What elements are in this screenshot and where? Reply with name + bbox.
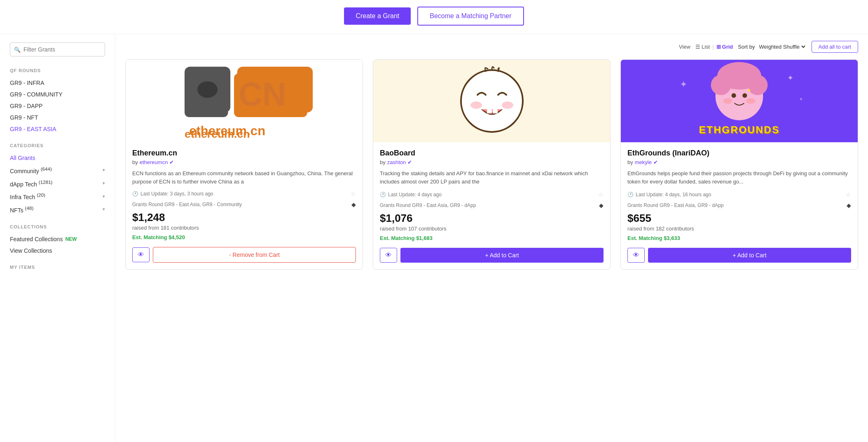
grid-label: Grid bbox=[722, 44, 733, 50]
sidebar-item-gr9-dapp[interactable]: GR9 - DAPP bbox=[10, 100, 105, 112]
svg-rect-15 bbox=[487, 109, 492, 113]
card-image-ecn: ethereum.cn CN ethereum.cn bbox=[126, 60, 363, 142]
eth-icon-ethgrounds: ◆ bbox=[847, 202, 851, 209]
card-round-ethgrounds: Grants Round GR9 - East Asia, GR9 - dApp… bbox=[627, 202, 851, 209]
matching-value-ethgrounds: $3,633 bbox=[664, 235, 680, 241]
list-view-option[interactable]: ☰ List bbox=[695, 44, 710, 50]
grid-view-option[interactable]: ⊞ Grid bbox=[716, 44, 733, 50]
sidebar-item-featured-collections[interactable]: Featured Collections NEW bbox=[10, 233, 105, 245]
svg-point-28 bbox=[723, 98, 732, 103]
card-amount-ecn: $1,248 bbox=[132, 211, 356, 224]
sort-select[interactable]: Weighted Shuffle bbox=[758, 43, 807, 50]
sidebar-item-gr9-infra[interactable]: GR9 - INFRA bbox=[10, 77, 105, 89]
svg-text:ethereum.cn: ethereum.cn bbox=[185, 128, 250, 140]
card-matching-ecn: Est. Matching $4,520 bbox=[132, 234, 356, 240]
add-cart-button-baoboard[interactable]: + Add to Cart bbox=[400, 248, 604, 263]
categories-label: CATEGORIES bbox=[10, 143, 105, 148]
grant-card-ethereum-cn: ethereum.cn CN ethereum.cn Ethereum.cn bbox=[125, 59, 363, 270]
card-actions-ethgrounds: 👁 + Add to Cart bbox=[627, 248, 851, 263]
matching-value-baoboard: $1,683 bbox=[416, 235, 433, 241]
matching-partner-button[interactable]: Become a Matching Partner bbox=[417, 7, 524, 26]
eye-button-ecn[interactable]: 👁 bbox=[132, 247, 150, 262]
search-icon: 🔍 bbox=[14, 47, 21, 53]
matching-value-ecn: $4,520 bbox=[168, 234, 185, 240]
star-icon-baoboard[interactable]: ☆ bbox=[598, 191, 604, 198]
sidebar-item-view-collections[interactable]: View Collections bbox=[10, 245, 105, 256]
sidebar-item-gr9-community[interactable]: GR9 - COMMUNITY bbox=[10, 89, 105, 100]
card-title-ecn: Ethereum.cn bbox=[132, 149, 356, 158]
collections-label: COLLECTIONS bbox=[10, 224, 105, 229]
dapp-tech-label: dApp Tech (1281) bbox=[10, 179, 53, 188]
add-cart-button-ethgrounds[interactable]: + Add to Cart bbox=[648, 248, 851, 263]
list-label: List bbox=[702, 44, 710, 50]
nfts-label: NFTs (48) bbox=[10, 205, 33, 214]
svg-text:✦: ✦ bbox=[746, 87, 751, 94]
clock-icon-ecn: 🕐 bbox=[132, 191, 138, 197]
svg-point-12 bbox=[461, 70, 523, 132]
clock-icon-baoboard: 🕐 bbox=[380, 192, 386, 197]
eye-button-ethgrounds[interactable]: 👁 bbox=[627, 248, 645, 263]
card-matching-baoboard: Est. Matching $1,683 bbox=[380, 235, 604, 241]
card-author-baoboard: by zashton ✔ bbox=[380, 159, 604, 165]
card-contributors-ecn: raised from 181 contributors bbox=[132, 225, 356, 231]
card-desc-ethgrounds: EthGrounds helps people fund their passi… bbox=[627, 169, 851, 186]
star-icon-ecn[interactable]: ☆ bbox=[351, 190, 356, 197]
card-body-baoboard: BaoBoard by zashton ✔ Tracking the staki… bbox=[373, 142, 610, 269]
card-meta-ecn: 🕐 Last Update: 3 days, 3 hours ago ☆ bbox=[132, 190, 356, 197]
chevron-down-icon: ▾ bbox=[103, 194, 105, 199]
card-author-ecn: by ethereumcn ✔ bbox=[132, 159, 356, 165]
sidebar-item-gr9-nft[interactable]: GR9 - NFT bbox=[10, 112, 105, 123]
svg-point-25 bbox=[732, 93, 736, 98]
main-layout: 🔍 QF ROUNDS GR9 - INFRA GR9 - COMMUNITY … bbox=[0, 34, 868, 442]
svg-point-13 bbox=[470, 101, 482, 109]
sidebar-item-gr9-east-asia[interactable]: GR9 - EAST ASIA bbox=[10, 123, 105, 135]
add-all-to-cart-button[interactable]: Add all to cart bbox=[812, 41, 859, 53]
svg-text:✦: ✦ bbox=[680, 79, 687, 89]
card-desc-ecn: ECN functions as an Ethereum community n… bbox=[132, 169, 356, 186]
remove-cart-button-ecn[interactable]: - Remove from Cart bbox=[153, 247, 356, 263]
svg-text:✦: ✦ bbox=[799, 96, 803, 102]
star-icon-ethgrounds[interactable]: ☆ bbox=[846, 191, 851, 198]
card-actions-ecn: 👁 - Remove from Cart bbox=[132, 247, 356, 263]
chevron-down-icon: ▾ bbox=[103, 181, 105, 186]
card-body-ethgrounds: EthGrounds (InariDAO) by mekyle ✔ EthGro… bbox=[621, 142, 858, 269]
author-link-ethgrounds[interactable]: mekyle bbox=[635, 159, 652, 165]
card-contributors-baoboard: raised from 107 contributors bbox=[380, 226, 604, 232]
author-link-ecn[interactable]: ethereumcn bbox=[140, 159, 168, 165]
sidebar-item-dapp-tech[interactable]: dApp Tech (1281) ▾ bbox=[10, 177, 105, 190]
card-meta-baoboard: 🕐 Last Update: 4 days ago ☆ bbox=[380, 191, 604, 198]
search-wrap: 🔍 bbox=[10, 42, 105, 56]
search-input[interactable] bbox=[10, 42, 105, 56]
clock-icon-ethgrounds: 🕐 bbox=[627, 192, 634, 197]
view-divider: | bbox=[712, 44, 714, 50]
verified-icon-ethgrounds: ✔ bbox=[653, 159, 658, 165]
chevron-down-icon: ▾ bbox=[103, 207, 105, 212]
by-label: by bbox=[380, 159, 386, 165]
eye-button-baoboard[interactable]: 👁 bbox=[380, 248, 397, 263]
community-label: Community (644) bbox=[10, 166, 52, 174]
svg-point-23 bbox=[711, 75, 731, 95]
create-grant-button[interactable]: Create a Grant bbox=[344, 7, 411, 25]
card-round-ecn: Grants Round GR9 - East Asia, GR9 - Comm… bbox=[132, 201, 356, 208]
card-amount-baoboard: $1,076 bbox=[380, 212, 604, 225]
card-meta-left-baoboard: 🕐 Last Update: 4 days ago bbox=[380, 192, 442, 197]
round-text-ethgrounds: Grants Round GR9 - East Asia, GR9 - dApp bbox=[627, 202, 723, 208]
content-area: View ☰ List | ⊞ Grid Sort by Weighted Sh… bbox=[115, 34, 868, 442]
last-update-ethgrounds: Last Update: 4 days, 16 hours ago bbox=[636, 192, 711, 197]
sidebar-item-community[interactable]: Community (644) ▾ bbox=[10, 164, 105, 177]
sidebar-item-infra-tech[interactable]: Infra Tech (20) ▾ bbox=[10, 190, 105, 203]
card-title-baoboard: BaoBoard bbox=[380, 149, 604, 158]
view-options: ☰ List | ⊞ Grid bbox=[695, 44, 733, 50]
svg-text:ETHGROUNDS: ETHGROUNDS bbox=[699, 124, 779, 135]
last-update-ecn: Last Update: 3 days, 3 hours ago bbox=[140, 191, 213, 197]
verified-icon-baoboard: ✔ bbox=[407, 159, 412, 165]
card-amount-ethgrounds: $655 bbox=[627, 212, 851, 225]
sidebar-item-all-grants[interactable]: All Grants bbox=[10, 152, 105, 164]
author-link-baoboard[interactable]: zashton bbox=[387, 159, 406, 165]
view-controls: View ☰ List | ⊞ Grid Sort by Weighted Sh… bbox=[125, 41, 858, 53]
grant-card-baoboard: BaoBoard by zashton ✔ Tracking the staki… bbox=[373, 59, 611, 270]
card-contributors-ethgrounds: raised from 182 contributors bbox=[627, 226, 851, 232]
my-items-label: MY ITEMS bbox=[10, 265, 105, 270]
sidebar-item-nfts[interactable]: NFTs (48) ▾ bbox=[10, 203, 105, 216]
last-update-baoboard: Last Update: 4 days ago bbox=[388, 192, 442, 197]
